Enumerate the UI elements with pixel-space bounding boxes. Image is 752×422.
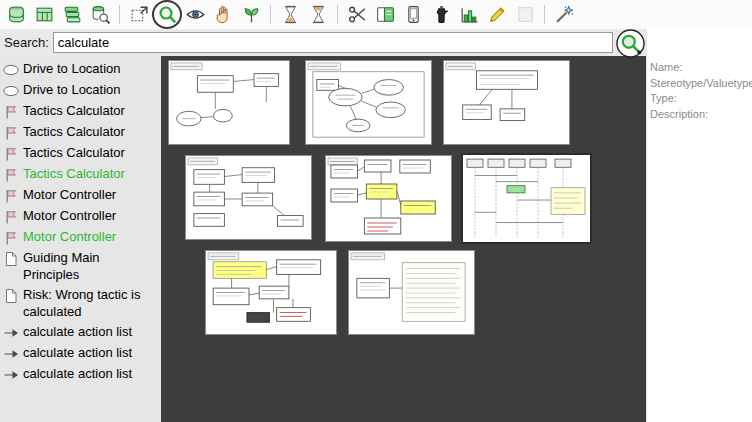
- zoom-button[interactable]: [154, 2, 180, 27]
- mobile-icon: [403, 4, 424, 25]
- result-list-item-label: Motor Controller: [23, 187, 116, 204]
- result-list-item[interactable]: Motor Controller: [0, 227, 161, 248]
- ink-bottle-button[interactable]: [428, 2, 454, 27]
- toolbar-separator: [270, 5, 271, 24]
- hourglass-button[interactable]: [277, 2, 303, 27]
- toolbar-separator: [119, 5, 120, 24]
- flag-icon: [3, 125, 20, 141]
- cards-icon: [375, 4, 396, 25]
- hand-icon: [213, 4, 234, 25]
- result-list-item[interactable]: Motor Controller: [0, 185, 161, 206]
- search-bar: Search:: [0, 29, 646, 56]
- database-layers-button[interactable]: [59, 2, 85, 27]
- diagram-thumbnail-classes-highlight[interactable]: [205, 250, 337, 335]
- hourglass2-icon: [308, 4, 329, 25]
- hand-button[interactable]: [210, 2, 236, 27]
- usecase-icon: [3, 62, 20, 78]
- blank-icon: [515, 4, 536, 25]
- result-list-item-label: Motor Controller: [23, 229, 116, 246]
- result-list-item[interactable]: Guiding Main Principles: [0, 248, 161, 285]
- result-list-item[interactable]: calculate action list: [0, 364, 161, 385]
- result-list-item[interactable]: Drive to Location: [0, 80, 161, 101]
- hourglass-icon: [280, 4, 301, 25]
- document-icon: [3, 288, 20, 304]
- wand-button[interactable]: [551, 2, 577, 27]
- result-list-item[interactable]: Risk: Wrong tactic is calculated: [0, 285, 161, 322]
- result-list-item-label: calculate action list: [23, 324, 132, 341]
- result-list-item-label: Drive to Location: [23, 61, 121, 78]
- result-list-item[interactable]: calculate action list: [0, 343, 161, 364]
- eye-button[interactable]: [182, 2, 208, 27]
- arrow-icon: [3, 346, 20, 362]
- new-window-icon: [129, 4, 150, 25]
- result-list-item[interactable]: Motor Controller: [0, 206, 161, 227]
- diagram-thumbnail-composite[interactable]: [168, 60, 290, 145]
- result-list-item[interactable]: Tactics Calculator: [0, 164, 161, 185]
- search-tool-window: Search: Drive to LocationDrive to Locati…: [0, 0, 752, 422]
- result-list-item[interactable]: calculate action list: [0, 322, 161, 343]
- search-results-list: Drive to LocationDrive to LocationTactic…: [0, 56, 161, 422]
- scissors-icon: [347, 4, 368, 25]
- result-list-item[interactable]: Tactics Calculator: [0, 143, 161, 164]
- toolbar-separator: [544, 5, 545, 24]
- mobile-button[interactable]: [400, 2, 426, 27]
- magnifier-toggle-button[interactable]: [615, 28, 647, 59]
- document-icon: [3, 251, 20, 267]
- ink-bottle-icon: [431, 4, 452, 25]
- property-label: Type:: [650, 91, 752, 107]
- chart-button[interactable]: [456, 2, 482, 27]
- diagram-thumbnail-blocks[interactable]: [185, 155, 312, 240]
- result-list-item[interactable]: Tactics Calculator: [0, 101, 161, 122]
- plant-button[interactable]: [238, 2, 264, 27]
- result-list-item[interactable]: Drive to Location: [0, 59, 161, 80]
- database-tables-icon: [34, 4, 55, 25]
- flag-icon: [3, 209, 20, 225]
- zoom-icon: [157, 4, 178, 25]
- flag-icon: [3, 104, 20, 120]
- diagram-thumbnail-sequence[interactable]: [461, 153, 592, 244]
- result-list-item-label: Drive to Location: [23, 82, 121, 99]
- search-input[interactable]: [53, 32, 613, 53]
- flag-icon: [3, 230, 20, 246]
- eye-icon: [185, 4, 206, 25]
- database-button[interactable]: [3, 2, 29, 27]
- pencil-icon: [487, 4, 508, 25]
- plant-icon: [241, 4, 262, 25]
- chart-icon: [459, 4, 480, 25]
- hourglass-run-button[interactable]: [305, 2, 331, 27]
- result-list-item[interactable]: Tactics Calculator: [0, 122, 161, 143]
- diagram-thumbnail-structure[interactable]: [443, 60, 570, 145]
- toolbar: [0, 0, 752, 29]
- database-search-icon: [90, 4, 111, 25]
- property-label: Name:: [650, 60, 752, 76]
- property-label: Description:: [650, 107, 752, 123]
- toolbar-separator: [337, 5, 338, 24]
- scissors-button[interactable]: [344, 2, 370, 27]
- blank-button[interactable]: [512, 2, 538, 27]
- usecase-icon: [3, 83, 20, 99]
- diagram-canvas: [161, 56, 646, 422]
- result-list-item-label: Tactics Calculator: [23, 145, 125, 162]
- result-list-item-label: calculate action list: [23, 345, 132, 362]
- flag-icon: [3, 188, 20, 204]
- result-list-item-label: calculate action list: [23, 366, 132, 383]
- arrow-icon: [3, 367, 20, 383]
- diagram-thumbnail-usecase[interactable]: [305, 60, 432, 145]
- diagram-thumbnail-note[interactable]: [348, 250, 475, 335]
- properties-panel: Name:Stereotype/Valuetype:Type:Descripti…: [646, 29, 752, 422]
- new-window-button[interactable]: [126, 2, 152, 27]
- database-search-button[interactable]: [87, 2, 113, 27]
- flag-icon: [3, 146, 20, 162]
- cards-button[interactable]: [372, 2, 398, 27]
- magnifier-icon: [615, 28, 647, 59]
- result-list-item-label: Motor Controller: [23, 208, 116, 225]
- pencil-button[interactable]: [484, 2, 510, 27]
- database-tables-button[interactable]: [31, 2, 57, 27]
- wand-icon: [554, 4, 575, 25]
- diagram-thumbnail-blocks-highlight[interactable]: [325, 155, 452, 242]
- property-label: Stereotype/Valuetype:: [650, 76, 752, 92]
- database-layers-icon: [62, 4, 83, 25]
- database-green-icon: [6, 4, 27, 25]
- result-list-item-label: Guiding Main Principles: [23, 250, 159, 283]
- flag-icon: [3, 167, 20, 183]
